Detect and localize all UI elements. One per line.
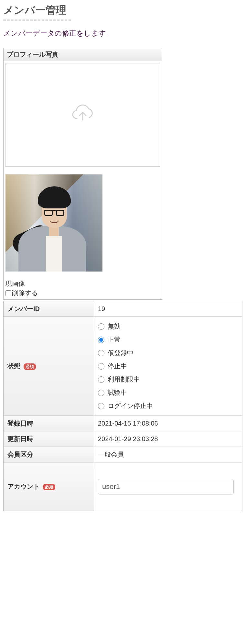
status-radio[interactable] bbox=[98, 376, 104, 383]
member-form-table: メンバーID 19 状態 必須 無効正常仮登録中停止中利用制限中試験中ログイン停… bbox=[3, 301, 242, 511]
delete-image-checkbox[interactable] bbox=[5, 290, 11, 296]
member-id-label: メンバーID bbox=[4, 301, 94, 317]
title-divider bbox=[3, 19, 71, 21]
member-type-label: 会員区分 bbox=[4, 447, 94, 462]
upload-dropzone[interactable] bbox=[5, 63, 160, 167]
status-option-label: 試験中 bbox=[108, 388, 127, 397]
updated-at-value: 2024-01-29 23:03:28 bbox=[94, 431, 242, 447]
status-option[interactable]: 無効 bbox=[98, 322, 238, 331]
status-option-label: 仮登録中 bbox=[108, 349, 133, 357]
required-badge: 必須 bbox=[43, 484, 55, 490]
account-input[interactable] bbox=[98, 479, 234, 494]
cloud-upload-icon bbox=[70, 105, 96, 125]
status-radio[interactable] bbox=[98, 337, 104, 343]
status-option[interactable]: 利用制限中 bbox=[98, 375, 238, 384]
status-option[interactable]: 試験中 bbox=[98, 388, 238, 397]
status-option-label: 正常 bbox=[108, 335, 121, 344]
delete-image-row[interactable]: 削除する bbox=[5, 289, 160, 297]
status-option-label: 利用制限中 bbox=[108, 375, 140, 384]
status-option-label: ログイン停止中 bbox=[108, 402, 153, 410]
required-badge: 必須 bbox=[24, 363, 36, 370]
page-title: メンバー管理 bbox=[3, 3, 242, 17]
status-value-cell: 無効正常仮登録中停止中利用制限中試験中ログイン停止中 bbox=[94, 317, 242, 416]
status-option[interactable]: ログイン停止中 bbox=[98, 402, 238, 410]
status-option[interactable]: 停止中 bbox=[98, 362, 238, 371]
account-label-cell: アカウント 必須 bbox=[4, 462, 94, 511]
status-radio[interactable] bbox=[98, 350, 104, 356]
status-option[interactable]: 正常 bbox=[98, 335, 238, 344]
member-type-value: 一般会員 bbox=[94, 447, 242, 462]
status-label-cell: 状態 必須 bbox=[4, 317, 94, 416]
profile-photo-panel: プロフィール写真 bbox=[3, 48, 162, 300]
status-radio[interactable] bbox=[98, 363, 104, 370]
status-option-label: 無効 bbox=[108, 322, 121, 331]
current-profile-image bbox=[5, 174, 102, 272]
created-at-label: 登録日時 bbox=[4, 416, 94, 431]
delete-image-label: 削除する bbox=[12, 289, 38, 297]
status-radio[interactable] bbox=[98, 323, 104, 330]
status-option[interactable]: 仮登録中 bbox=[98, 349, 238, 357]
status-radio[interactable] bbox=[98, 403, 104, 409]
member-id-value: 19 bbox=[94, 301, 242, 317]
status-radio[interactable] bbox=[98, 390, 104, 396]
page-subtitle: メンバーデータの修正をします。 bbox=[3, 28, 242, 38]
status-radio-group: 無効正常仮登録中停止中利用制限中試験中ログイン停止中 bbox=[98, 320, 238, 412]
created-at-value: 2021-04-15 17:08:06 bbox=[94, 416, 242, 431]
account-value-cell bbox=[94, 462, 242, 511]
account-label: アカウント bbox=[7, 483, 40, 490]
panel-header: プロフィール写真 bbox=[4, 48, 162, 61]
status-option-label: 停止中 bbox=[108, 362, 127, 371]
status-label: 状態 bbox=[7, 362, 20, 370]
updated-at-label: 更新日時 bbox=[4, 431, 94, 447]
current-image-label: 現画像 bbox=[5, 279, 160, 288]
